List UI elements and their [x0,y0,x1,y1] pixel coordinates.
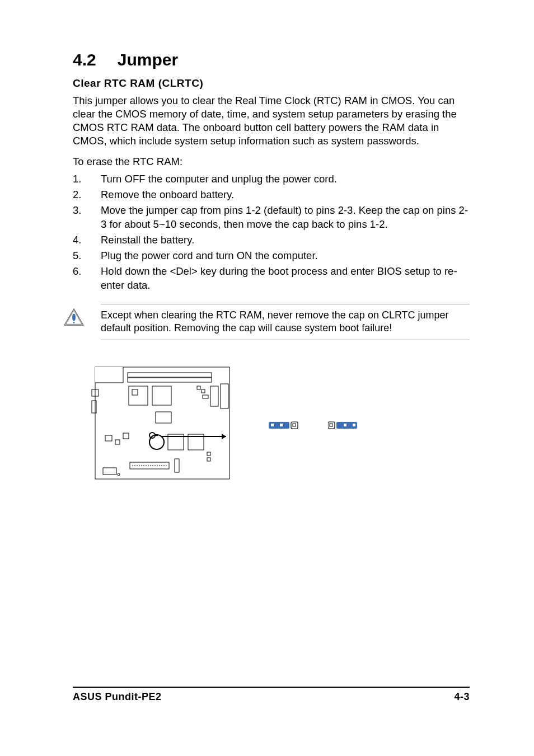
svg-rect-40 [293,424,296,426]
svg-rect-16 [210,386,218,406]
svg-rect-37 [271,424,274,426]
steps-list: 1. Turn OFF the computer and unplug the … [73,172,470,293]
section-number: 4.2 [73,50,96,69]
svg-rect-41 [328,422,335,429]
svg-rect-39 [291,422,298,429]
jumper-diagram [269,420,358,430]
list-item: 6. Hold down the <Del> key during the bo… [73,265,470,293]
svg-rect-3 [95,367,123,383]
svg-rect-18 [156,412,171,423]
page-footer: ASUS Pundit-PE2 4-3 [73,687,470,703]
svg-rect-38 [280,424,283,426]
list-item: 3. Move the jumper cap from pins 1-2 (de… [73,204,470,232]
svg-rect-24 [154,434,158,436]
svg-rect-17 [221,384,228,408]
svg-rect-15 [203,395,208,398]
svg-rect-35 [207,458,210,461]
svg-rect-29 [103,468,116,475]
section-name: Jumper [118,50,178,69]
step-number: 5. [73,249,101,263]
instruction-text: To erase the RTC RAM: [73,156,470,168]
footer-right: 4-3 [454,691,470,703]
svg-rect-14 [202,389,205,393]
svg-point-0 [72,313,76,321]
intro-paragraph: This jumper allows you to clear the Real… [73,94,470,148]
caution-icon [63,308,85,327]
svg-rect-13 [197,386,200,389]
subsection-title: Clear RTC RAM (CLRTC) [73,77,470,90]
svg-rect-6 [128,373,212,377]
list-item: 1. Turn OFF the computer and unplug the … [73,172,470,186]
svg-rect-44 [344,424,346,426]
jumper-clear-icon [328,420,358,430]
svg-rect-42 [330,424,332,426]
list-item: 4. Reinstall the battery. [73,233,470,247]
step-text: Plug the power cord and turn ON the comp… [101,249,470,263]
svg-rect-31 [130,462,169,469]
step-number: 4. [73,233,101,247]
svg-rect-9 [92,401,96,413]
motherboard-diagram [90,363,235,489]
caution-text: Except when clearing the RTC RAM, never … [101,309,470,335]
svg-rect-12 [152,386,171,405]
step-number: 6. [73,265,101,293]
section-title: 4.2Jumper [73,50,470,69]
footer-left: ASUS Pundit-PE2 [73,691,162,703]
svg-rect-10 [129,386,148,405]
svg-point-30 [118,473,120,476]
svg-rect-45 [353,424,355,426]
svg-marker-28 [222,434,226,439]
step-text: Turn OFF the computer and unplug the pow… [101,172,470,186]
diagram-area [90,363,470,489]
step-text: Reinstall the battery. [101,233,470,247]
svg-rect-33 [175,459,179,472]
step-text: Move the jumper cap from pins 1-2 (defau… [101,204,470,232]
step-number: 3. [73,204,101,232]
svg-rect-19 [105,435,112,441]
svg-rect-11 [132,389,138,395]
step-text: Remove the onboard battery. [101,188,470,202]
step-number: 2. [73,188,101,202]
svg-rect-21 [123,433,129,439]
list-item: 5. Plug the power cord and turn ON the c… [73,249,470,263]
svg-rect-20 [115,440,120,444]
step-text: Hold down the <Del> key during the boot … [101,265,470,293]
svg-rect-34 [207,452,210,456]
step-number: 1. [73,172,101,186]
list-item: 2. Remove the onboard battery. [73,188,470,202]
caution-box: Except when clearing the RTC RAM, never … [101,304,470,340]
svg-point-1 [73,322,75,323]
jumper-normal-icon [269,420,299,430]
svg-rect-7 [128,378,212,382]
